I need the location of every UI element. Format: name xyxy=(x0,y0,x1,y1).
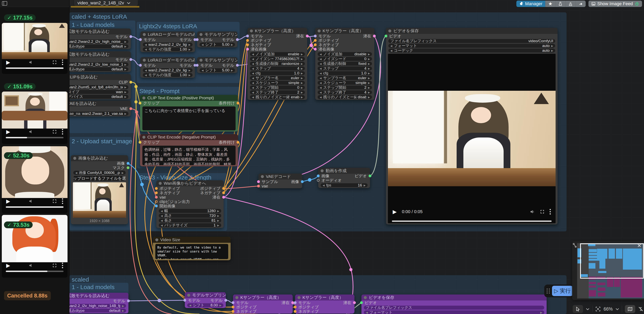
node-titlebar[interactable]: LoRAローダーモデルのみ xyxy=(140,31,195,37)
input-port[interactable] xyxy=(314,35,316,37)
arrow-left-icon[interactable]: ◀ xyxy=(202,69,204,72)
volume-icon[interactable] xyxy=(530,210,535,214)
input-port[interactable] xyxy=(246,35,249,37)
arrow-right-icon[interactable]: ▶ xyxy=(188,69,190,72)
input-port[interactable] xyxy=(138,102,142,104)
combo-widget[interactable]: ◀重みdtypedefault▶ xyxy=(62,44,128,48)
text-field[interactable]: ファイル名プレフィックスvideo/ComfyUI xyxy=(388,39,555,43)
video-progress[interactable] xyxy=(6,137,64,138)
fullscreen-icon[interactable] xyxy=(52,199,57,203)
combo-widget[interactable]: ◀フォーマット▶ xyxy=(364,311,544,314)
play-icon[interactable]: ▶ xyxy=(6,59,10,65)
combo-widget[interactable]: ◀wan2.2\wan2.2_i2v_low_noise_14B_fp8_sca… xyxy=(62,62,128,66)
node-titlebar[interactable]: モデルサンプリングS... xyxy=(197,31,237,37)
arrow-left-icon[interactable]: ◀ xyxy=(390,44,392,47)
arrow-left-icon[interactable]: ◀ xyxy=(320,91,322,94)
kebab-menu-icon[interactable] xyxy=(550,209,551,215)
output-port[interactable] xyxy=(222,191,225,194)
collapse-dot[interactable] xyxy=(250,29,253,32)
input-port[interactable] xyxy=(317,175,320,177)
arrow-left-icon[interactable]: ◀ xyxy=(252,86,254,89)
node-save-video[interactable]: ビデオを保存ビデオファイル名プレフィックスvideo/ComfyUI◀フォーマッ… xyxy=(386,28,558,225)
input-port[interactable] xyxy=(184,299,186,302)
arrow-right-icon[interactable]: ▶ xyxy=(124,90,126,93)
arrow-right-icon[interactable]: ▶ xyxy=(122,305,124,308)
collapse-dot[interactable] xyxy=(318,29,320,32)
combo-widget[interactable]: ◀シフト8.00▶ xyxy=(187,303,224,307)
output-port[interactable] xyxy=(373,35,376,37)
arrow-right-icon[interactable]: ▶ xyxy=(188,43,190,46)
kebab-menu-icon[interactable] xyxy=(62,129,63,134)
output-port[interactable] xyxy=(130,107,132,110)
collapse-dot[interactable] xyxy=(236,296,238,299)
output-port[interactable] xyxy=(306,35,309,37)
arrow-right-icon[interactable]: ▶ xyxy=(124,112,126,115)
text-field[interactable]: ファイル名プレフィックス xyxy=(364,306,544,310)
combo-widget[interactable]: ◀wan2.2\wan2.2_i2v_high_noise_14B_fp8_sc… xyxy=(62,40,128,43)
node-canvas[interactable]: caled + 4steps LoRA 1 - Load models Ligh… xyxy=(0,0,644,314)
node-clip-encode-positive[interactable]: CLIP Text Encode (Positive Prompt)クリップ条件… xyxy=(140,95,238,132)
collapse-dot[interactable] xyxy=(143,33,146,36)
volume-icon[interactable] xyxy=(29,264,34,268)
volume-icon[interactable] xyxy=(29,199,34,203)
group-title[interactable]: 1 - Load models xyxy=(72,284,114,291)
collapse-dot[interactable] xyxy=(320,169,324,172)
combo-widget[interactable]: ◀高さ720▶ xyxy=(159,214,221,218)
arrow-right-icon[interactable]: ▶ xyxy=(551,44,553,47)
output-port[interactable] xyxy=(127,162,130,165)
play-icon[interactable]: ▶ xyxy=(6,263,10,269)
node-titlebar[interactable]: 拡散モデルを読み込む xyxy=(60,51,131,57)
arrow-left-icon[interactable]: ◀ xyxy=(145,69,147,72)
arrow-right-icon[interactable]: ▶ xyxy=(368,67,370,70)
collapse-dot[interactable] xyxy=(200,59,202,62)
arrow-right-icon[interactable]: ▶ xyxy=(231,69,233,72)
chevron-down-icon[interactable] xyxy=(586,308,590,310)
input-port[interactable] xyxy=(257,180,260,183)
video-progress[interactable] xyxy=(6,206,64,208)
node-model-sampling-low[interactable]: モデルサンプリングS...モデルモデル◀シフト5.00▶ xyxy=(197,57,237,73)
input-port[interactable] xyxy=(155,196,158,199)
combo-widget[interactable]: ◀残りのノイズと一緒に返すdisable▶ xyxy=(318,95,372,99)
node-titlebar[interactable]: モデルサンプリングS... xyxy=(185,292,226,298)
video-thumbnail[interactable] xyxy=(2,23,68,59)
combo-widget[interactable]: ◀画像ComfyUI_00606_.png▶ xyxy=(73,171,126,175)
combo-widget[interactable]: ◀スケジューラsimple▶ xyxy=(318,81,372,85)
output-port[interactable] xyxy=(224,299,227,302)
text-widget[interactable]: こちらに向かって表情豊かに手を振っている xyxy=(142,106,236,130)
combo-widget[interactable]: ◀残りのノイズと一緒に返すenable▶ xyxy=(250,95,305,99)
input-port[interactable] xyxy=(232,310,234,313)
input-port[interactable] xyxy=(155,200,158,203)
combo-widget[interactable]: ◀サンプラー名euler▶ xyxy=(318,76,372,80)
input-port[interactable] xyxy=(155,187,158,190)
arrow-right-icon[interactable]: ▶ xyxy=(122,171,124,174)
node-note-video-size[interactable]: Video SizeBy default, we set the video t… xyxy=(153,237,230,260)
favorites-button[interactable]: ★ xyxy=(545,0,556,7)
node-titlebar[interactable]: モデルサンプリングS... xyxy=(197,57,237,63)
output-port[interactable] xyxy=(236,64,239,67)
arrow-left-icon[interactable]: ◀ xyxy=(161,224,163,227)
collapse-dot[interactable] xyxy=(187,294,190,297)
text-widget[interactable]: 色调艳丽，过曝，静态，细节模糊不清，字幕，风格，作品，画作，画面，静止，整体发灰… xyxy=(142,146,236,165)
arrow-right-icon[interactable]: ▶ xyxy=(217,210,219,213)
combo-widget[interactable]: ◀重みdtypedefault▶ xyxy=(62,309,126,313)
arrow-left-icon[interactable]: ◀ xyxy=(252,53,254,56)
node-model-sampling-high[interactable]: モデルサンプリングS...モデルモデル◀シフト5.00▶ xyxy=(197,31,237,47)
combo-widget[interactable]: ◀モデルの強度1.00▶ xyxy=(143,47,192,51)
arrow-left-icon[interactable]: ◀ xyxy=(322,184,324,187)
output-port[interactable] xyxy=(222,187,225,190)
node-titlebar[interactable]: CLIP Text Encode (Positive Prompt) xyxy=(140,95,238,101)
combo-widget[interactable]: ◀サンプラー名euler▶ xyxy=(250,76,305,80)
output-port[interactable] xyxy=(127,166,130,169)
combo-widget[interactable]: ◀ノイズシード0▶ xyxy=(318,57,372,61)
combo-widget[interactable]: ◀生成後の制御randomize▶ xyxy=(250,62,305,66)
combo-widget[interactable]: ◀バッチサイズ1▶ xyxy=(159,223,221,227)
arrow-right-icon[interactable]: ▶ xyxy=(217,214,219,217)
input-port[interactable] xyxy=(246,43,249,46)
arrow-right-icon[interactable]: ▶ xyxy=(364,184,366,187)
chevron-down-icon[interactable] xyxy=(616,308,619,310)
arrow-right-icon[interactable]: ▶ xyxy=(540,311,542,314)
upload-button[interactable]: アップロードするファイルを選択 xyxy=(73,176,126,181)
video-progress[interactable] xyxy=(6,67,64,69)
arrow-left-icon[interactable]: ◀ xyxy=(366,311,368,314)
node-model-sampling-bypassed[interactable]: モデルサンプリングS...モデルモデル◀シフト8.00▶ xyxy=(185,292,226,308)
